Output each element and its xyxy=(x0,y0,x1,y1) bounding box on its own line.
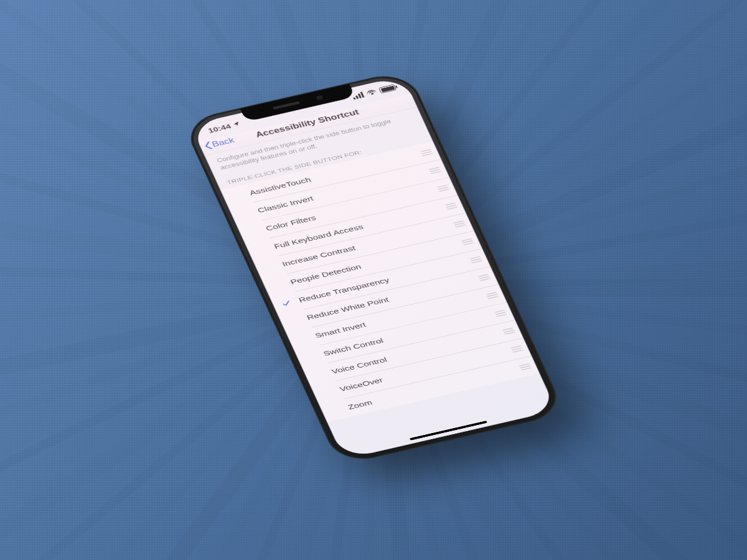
reorder-handle-icon[interactable] xyxy=(505,344,529,353)
reorder-handle-icon[interactable] xyxy=(423,166,446,175)
checkmark-icon xyxy=(307,371,332,377)
reorder-handle-icon[interactable] xyxy=(514,362,537,371)
cell-signal-icon xyxy=(352,91,365,100)
status-time: 10:44 xyxy=(207,122,232,134)
reorder-handle-icon[interactable] xyxy=(472,273,496,282)
checkmark-icon xyxy=(266,282,291,288)
reorder-handle-icon[interactable] xyxy=(431,184,454,193)
reorder-handle-icon[interactable] xyxy=(448,219,471,228)
reorder-handle-icon[interactable] xyxy=(497,326,520,335)
checkmark-icon xyxy=(241,229,266,235)
location-icon xyxy=(232,120,242,129)
speaker-grille xyxy=(273,101,300,110)
checkmark-icon xyxy=(272,297,300,309)
checkmark-icon xyxy=(323,408,349,413)
reorder-handle-icon[interactable] xyxy=(415,147,438,157)
reorder-handle-icon[interactable] xyxy=(440,201,463,210)
front-camera xyxy=(316,95,323,101)
reorder-handle-icon[interactable] xyxy=(489,309,512,318)
reorder-handle-icon[interactable] xyxy=(456,237,479,246)
checkmark-icon xyxy=(282,318,308,324)
checkmark-icon xyxy=(315,390,341,395)
checkmark-icon xyxy=(233,211,258,217)
checkmark-icon xyxy=(290,336,316,342)
checkmark-icon xyxy=(249,246,275,252)
reorder-handle-icon[interactable] xyxy=(464,255,487,264)
checkmark-icon xyxy=(257,264,283,270)
wifi-icon xyxy=(365,89,377,96)
checkmark-icon xyxy=(298,354,324,360)
checkmark-icon xyxy=(225,193,250,198)
battery-icon xyxy=(378,84,397,93)
reorder-handle-icon[interactable] xyxy=(481,291,504,300)
